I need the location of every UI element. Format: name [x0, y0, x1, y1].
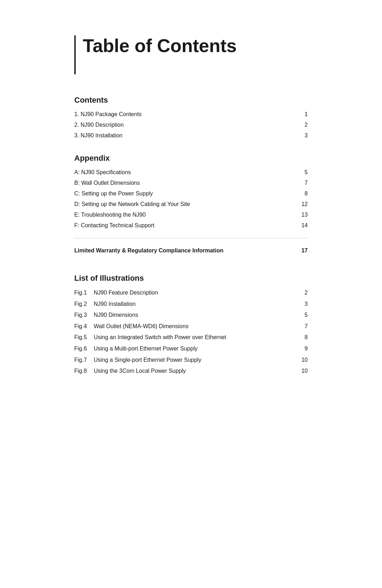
fig-label-5: Fig.5	[74, 333, 94, 342]
fig-entry-8: Fig.8 Using the 3Com Local Power Supply …	[74, 365, 308, 377]
appendix-entry-c: C: Setting up the Power Supply 8	[74, 188, 308, 199]
fig-entry-1: Fig.1 NJ90 Feature Description 2	[74, 287, 308, 298]
page-title: Table of Contents	[83, 35, 237, 57]
fig-page-7: 10	[297, 355, 308, 365]
fig-entry-4: Fig.4 Wall Outlet (NEMA-WD6) Dimensions …	[74, 321, 308, 332]
appendix-label-b: B: Wall Outlet Dimensions	[74, 179, 297, 187]
fig-desc-6: Using a Multi-port Ethernet Power Supply	[94, 344, 297, 353]
appendix-page-d: 12	[297, 200, 308, 209]
appendix-label-a: A: NJ90 Specifications	[74, 168, 297, 177]
fig-entry-3: Fig.3 NJ90 Dimensions 5	[74, 309, 308, 321]
appendix-label-c: C: Setting up the Power Supply	[74, 189, 297, 198]
fig-label-6: Fig.6	[74, 344, 94, 353]
fig-page-1: 2	[297, 288, 308, 297]
fig-desc-3: NJ90 Dimensions	[94, 310, 297, 320]
appendix-page-f: 14	[297, 221, 308, 230]
appendix-page-a: 5	[297, 168, 308, 177]
fig-page-4: 7	[297, 322, 308, 331]
fig-entry-6: Fig.6 Using a Multi-port Ethernet Power …	[74, 343, 308, 354]
appendix-label-e: E: Troubleshooting the NJ90	[74, 211, 297, 219]
fig-label-7: Fig.7	[74, 355, 94, 365]
appendix-label-d: D: Setting up the Network Cabling at You…	[74, 200, 297, 209]
toc-page-1: 1	[297, 110, 308, 119]
fig-page-3: 5	[297, 310, 308, 320]
toc-entry-1: 1. NJ90 Package Contents 1	[74, 109, 308, 120]
title-section: Table of Contents	[74, 28, 308, 74]
toc-label-1: 1. NJ90 Package Contents	[74, 110, 297, 119]
toc-label-2: 2. NJ90 Description	[74, 121, 297, 129]
illustrations-heading: List of Illustrations	[74, 274, 308, 283]
appendix-entry-f: F: Contacting Technical Support 14	[74, 220, 308, 231]
fig-label-1: Fig.1	[74, 288, 94, 297]
fig-label-2: Fig.2	[74, 299, 94, 309]
appendix-entry-a: A: NJ90 Specifications 5	[74, 167, 308, 178]
toc-entry-2: 2. NJ90 Description 2	[74, 120, 308, 130]
fig-desc-2: NJ90 Installation	[94, 299, 297, 309]
fig-page-6: 9	[297, 344, 308, 353]
appendix-page-e: 13	[297, 211, 308, 219]
contents-heading: Contents	[74, 96, 308, 105]
toc-label-3: 3. NJ90 Installation	[74, 131, 297, 140]
appendix-heading: Appendix	[74, 154, 308, 163]
toc-entry-3: 3. NJ90 Installation 3	[74, 130, 308, 141]
appendix-page-c: 8	[297, 189, 308, 198]
fig-entry-5: Fig.5 Using an Integrated Switch with Po…	[74, 332, 308, 343]
appendix-entry-d: D: Setting up the Network Cabling at You…	[74, 199, 308, 210]
appendix-section: Appendix A: NJ90 Specifications 5 B: Wal…	[74, 154, 308, 256]
fig-desc-4: Wall Outlet (NEMA-WD6) Dimensions	[94, 322, 297, 331]
fig-desc-8: Using the 3Com Local Power Supply	[94, 366, 297, 376]
warranty-page: 17	[297, 246, 308, 255]
toc-page-3: 3	[297, 131, 308, 140]
title-bar-decoration	[74, 35, 76, 74]
section-divider	[74, 238, 308, 238]
fig-label-3: Fig.3	[74, 310, 94, 320]
illustrations-section: List of Illustrations Fig.1 NJ90 Feature…	[74, 274, 308, 377]
fig-page-5: 8	[297, 333, 308, 342]
appendix-page-b: 7	[297, 179, 308, 187]
fig-desc-7: Using a Single-port Ethernet Power Suppl…	[94, 355, 297, 365]
contents-section: Contents 1. NJ90 Package Contents 1 2. N…	[74, 96, 308, 141]
warranty-label: Limited Warranty & Regulatory Compliance…	[74, 246, 297, 255]
fig-desc-1: NJ90 Feature Description	[94, 288, 297, 297]
appendix-entry-b: B: Wall Outlet Dimensions 7	[74, 178, 308, 188]
fig-entry-7: Fig.7 Using a Single-port Ethernet Power…	[74, 354, 308, 366]
toc-page-2: 2	[297, 121, 308, 129]
fig-label-4: Fig.4	[74, 322, 94, 331]
fig-entry-2: Fig.2 NJ90 Installation 3	[74, 298, 308, 310]
warranty-entry: Limited Warranty & Regulatory Compliance…	[74, 245, 308, 256]
fig-label-8: Fig.8	[74, 366, 94, 376]
fig-page-8: 10	[297, 366, 308, 376]
fig-desc-5: Using an Integrated Switch with Power ov…	[94, 333, 297, 342]
appendix-entry-e: E: Troubleshooting the NJ90 13	[74, 210, 308, 220]
appendix-label-f: F: Contacting Technical Support	[74, 221, 297, 230]
fig-page-2: 3	[297, 299, 308, 309]
page-container: Table of Contents Contents 1. NJ90 Packa…	[53, 0, 329, 588]
